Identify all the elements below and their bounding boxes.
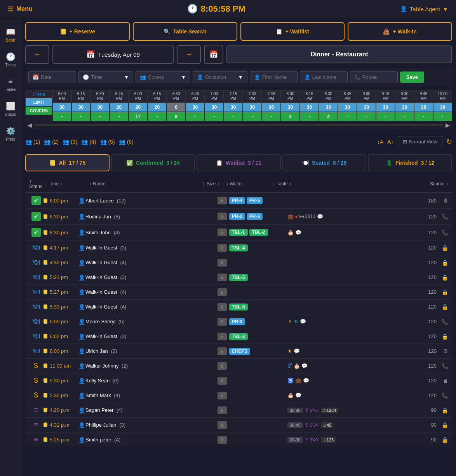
phone-filter[interactable]: 📞 <box>350 71 398 83</box>
menu-button[interactable]: ☰ Menu <box>8 5 33 13</box>
limit-cell-19[interactable]: 30 <box>414 103 433 112</box>
table-row[interactable]: $ 📒 5:30 pm 👤 Kelly Sean (6) i ♿💼💬 120 🖥 <box>25 373 452 388</box>
covers-cell-14[interactable]: 4 <box>319 112 338 121</box>
table-row[interactable]: ≡ 📒 4:31 p.m. 👤 Phillipe Julian (3) i 30… <box>25 418 452 432</box>
tab-confirmed[interactable]: ✅ Confirmed 3 / 24 <box>111 154 195 171</box>
covers-cell-13[interactable]: - <box>300 112 319 121</box>
limit-cell-7[interactable]: 30 <box>186 103 205 112</box>
covers-cell-4[interactable]: 17 <box>129 112 148 121</box>
covers-cell-20[interactable]: - <box>433 112 452 121</box>
last-name-filter[interactable]: 👤 <box>300 71 348 83</box>
waitlist-button[interactable]: 📋 + Waitlist <box>240 22 345 41</box>
first-name-input[interactable] <box>262 74 293 80</box>
refresh-button[interactable]: ↻ <box>446 138 452 146</box>
occasion-filter[interactable]: 👤 ▼ <box>193 71 247 83</box>
limit-cell-17[interactable]: 30 <box>376 103 395 112</box>
date-filter[interactable]: 📅 <box>28 71 76 83</box>
limit-cell-6[interactable]: 0 <box>167 103 186 112</box>
table-row[interactable]: 🍽 📒 5:21 pm 👤 Walk-In Guest (3) i TBL-5 … <box>25 270 452 285</box>
tab-finished[interactable]: 💲 Finished 3 / 12 <box>368 154 452 171</box>
covers-cell-1[interactable]: - <box>71 112 91 121</box>
covers-cell-8[interactable]: - <box>205 112 224 121</box>
sidebar-item-status[interactable]: ⬜ Status <box>0 98 21 120</box>
table-row[interactable]: 🍽 📒 4:17 pm 👤 Walk-In Guest (3) i TBL-4 … <box>25 241 452 255</box>
sort-za-button[interactable]: A↑ <box>387 139 393 145</box>
covers-cell-0[interactable]: - <box>52 112 71 121</box>
limit-cell-8[interactable]: 30 <box>205 103 224 112</box>
table-row[interactable]: $ 📒 5:30 pm 👤 Smith Mark (4) i 🎂💬 120 📞 <box>25 388 452 403</box>
covers-filter[interactable]: 👥 ▼ <box>136 71 190 83</box>
covers-cell-11[interactable]: - <box>262 112 281 121</box>
limit-cell-13[interactable]: 30 <box>300 103 319 112</box>
covers-cell-15[interactable]: - <box>338 112 357 121</box>
scroll-left-icon[interactable]: ◀ <box>25 122 34 128</box>
covers-cell-2[interactable]: - <box>91 112 110 121</box>
party-size-5-button[interactable]: 👥 (5) <box>100 139 115 145</box>
tab-seated[interactable]: 🍽️ Seated 8 / 28 <box>282 154 367 171</box>
table-row[interactable]: ≡ 📒 4:20 p.m. 👤 Sagan Peter (4) i 60-90 … <box>25 403 452 418</box>
limit-cell-5[interactable]: 20 <box>148 103 167 112</box>
limit-cell-4[interactable]: 20 <box>129 103 148 112</box>
table-row[interactable]: $ 📒 11:00 am 👤 Walker Johnny (2) i ⚥🎂💬 1… <box>25 359 452 373</box>
limit-cell-15[interactable]: 30 <box>338 103 357 112</box>
tab-all[interactable]: 📒 All 17 / 75 <box>25 154 110 171</box>
table-row[interactable]: ✔ 📒 6:00 pm 👤 Albert Lance (12) i PR-4PR… <box>25 193 452 209</box>
occasion-input[interactable] <box>205 74 236 80</box>
limit-cell-16[interactable]: 30 <box>357 103 376 112</box>
help-label[interactable]: ? Help <box>25 90 52 98</box>
covers-input[interactable] <box>148 74 179 80</box>
table-row[interactable]: 🍽 📒 6:00 pm 👤 Moore Sheryl (5) i PR-3 🕯%… <box>25 314 452 329</box>
covers-cell-7[interactable]: - <box>186 112 205 121</box>
reserve-button[interactable]: 📒 + Reserve <box>25 22 130 41</box>
table-row[interactable]: 🍽 📒 6:02 pm 👤 Walk-In Guest (3) i TBL-3 … <box>25 329 452 344</box>
limit-cell-20[interactable]: 30 <box>433 103 452 112</box>
sidebar-item-tables[interactable]: ≡ Tables <box>0 73 21 96</box>
date-input[interactable] <box>41 74 72 80</box>
covers-cell-10[interactable]: - <box>243 112 262 121</box>
limit-cell-9[interactable]: 30 <box>224 103 243 112</box>
covers-cell-18[interactable]: - <box>395 112 414 121</box>
normal-view-button[interactable]: ⊞ Normal View <box>398 136 442 147</box>
tab-waitlist[interactable]: 📋 Waitlist 3 / 11 <box>197 154 281 171</box>
covers-cell-6[interactable]: 8 <box>167 112 186 121</box>
covers-cell-9[interactable]: - <box>224 112 243 121</box>
limit-cell-10[interactable]: 30 <box>243 103 262 112</box>
party-size-2-button[interactable]: 👥 (2) <box>44 139 59 145</box>
sidebar-item-times[interactable]: 🕐 Times <box>0 48 21 71</box>
table-row[interactable]: 🍽 📒 4:32 pm 👤 Walk-In Guest (4) i 120 🔒 <box>25 255 452 270</box>
limit-cell-1[interactable]: 30 <box>71 103 91 112</box>
covers-cell-16[interactable]: - <box>357 112 376 121</box>
table-row[interactable]: 🍽 📒 5:27 pm 👤 Walk-In Guest (4) i 120 🔒 <box>25 285 452 300</box>
agent-menu[interactable]: 👤 Table Agent ▼ <box>400 5 448 12</box>
table-row[interactable]: ✔ 📒 6:30 pm 👤 Rodina Jan (8) i PR-2PR-3 … <box>25 209 452 225</box>
covers-cell-19[interactable]: - <box>414 112 433 121</box>
save-button[interactable]: Save <box>400 71 424 83</box>
table-row[interactable]: ✔ 📒 8:30 pm 👤 Smith John (4) i TBL-1TBL-… <box>25 225 452 241</box>
covers-cell-12[interactable]: 2 <box>281 112 300 121</box>
limit-cell-18[interactable]: 30 <box>395 103 414 112</box>
covers-cell-3[interactable]: - <box>110 112 129 121</box>
party-size-4-button[interactable]: 👥 (4) <box>81 139 96 145</box>
time-filter[interactable]: 🕐 ▼ <box>78 71 133 83</box>
limit-cell-12[interactable]: 30 <box>281 103 300 112</box>
table-row[interactable]: 🍽 📒 8:00 pm 👤 Ulrich Jan (2) i CHEFS ★💬 … <box>25 344 452 359</box>
sort-az-button[interactable]: ↓A <box>377 139 383 145</box>
phone-input[interactable] <box>362 74 393 80</box>
next-date-button[interactable]: → <box>177 45 201 64</box>
covers-cell-17[interactable]: - <box>376 112 395 121</box>
sidebar-item-prefs[interactable]: ⚙️ Prefs <box>0 122 21 145</box>
limit-cell-0[interactable]: 30 <box>52 103 71 112</box>
party-size-1-button[interactable]: 👥 (1) <box>25 139 40 145</box>
limit-cell-11[interactable]: 30 <box>262 103 281 112</box>
scroll-right-icon[interactable]: ▶ <box>443 122 452 128</box>
walk-in-button[interactable]: 👜 + Walk-In <box>348 22 452 41</box>
first-name-filter[interactable]: 👤 <box>250 71 298 83</box>
covers-cell-5[interactable]: - <box>148 112 167 121</box>
table-row[interactable]: 🍽 📒 5:33 pm 👤 Walk-In Guest (4) i TBL-8 … <box>25 300 452 314</box>
party-size-3-button[interactable]: 👥 (3) <box>63 139 77 145</box>
table-search-button[interactable]: 🔍 Table Search <box>133 22 237 41</box>
prev-date-button[interactable]: ← <box>25 45 49 64</box>
sidebar-item-book[interactable]: 📖 Book <box>0 23 21 46</box>
calendar-picker-button[interactable]: 📅 <box>204 45 223 64</box>
last-name-input[interactable] <box>312 74 343 80</box>
